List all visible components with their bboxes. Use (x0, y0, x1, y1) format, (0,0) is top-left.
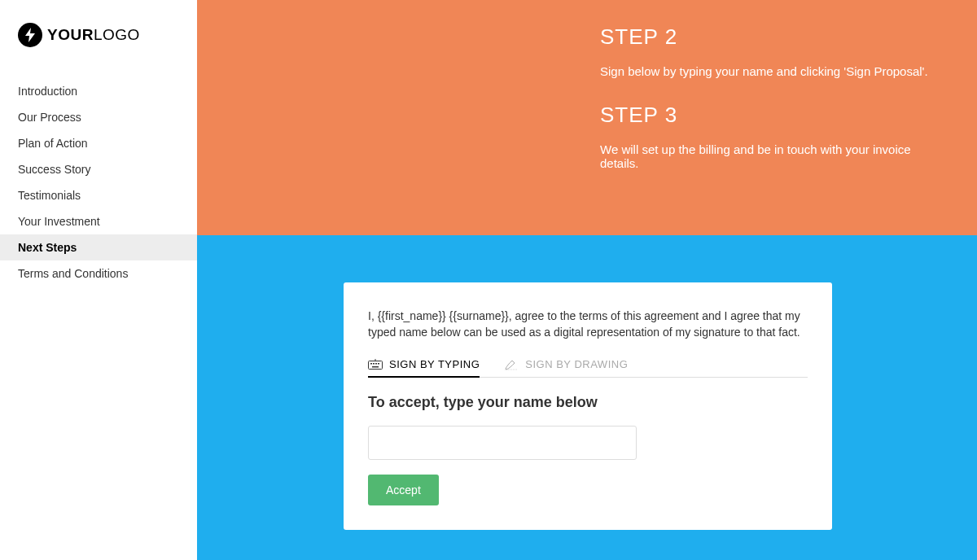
tab-sign-by-typing[interactable]: SIGN BY TYPING (368, 358, 480, 377)
nav-item-terms-and-conditions[interactable]: Terms and Conditions (0, 260, 197, 287)
nav-item-your-investment[interactable]: Your Investment (0, 208, 197, 234)
tab-sign-by-drawing[interactable]: SIGN BY DRAWING (504, 358, 628, 377)
nav-item-testimonials[interactable]: Testimonials (0, 182, 197, 208)
signature-section: I, {{first_name}} {{surname}}, agree to … (197, 235, 977, 560)
svg-rect-1 (370, 363, 372, 365)
name-input[interactable] (368, 426, 637, 460)
nav-list: Introduction Our Process Plan of Action … (0, 78, 197, 287)
svg-rect-4 (378, 363, 379, 365)
sidebar: YOURLOGO Introduction Our Process Plan o… (0, 0, 197, 560)
tab-label: SIGN BY TYPING (389, 358, 480, 370)
signature-tabs: SIGN BY TYPING SIGN BY DRAWING (368, 358, 808, 378)
step-2: STEP 2 Sign below by typing your name an… (600, 24, 944, 78)
step-title: STEP 3 (600, 103, 944, 128)
pen-icon (504, 359, 519, 370)
nav-item-success-story[interactable]: Success Story (0, 156, 197, 182)
svg-rect-3 (375, 363, 377, 365)
logo-container: YOURLOGO (0, 23, 197, 47)
accept-button[interactable]: Accept (368, 475, 439, 505)
agreement-text: I, {{first_name}} {{surname}}, agree to … (368, 308, 808, 340)
nav-item-introduction[interactable]: Introduction (0, 78, 197, 104)
logo-bolt-icon (18, 23, 42, 47)
step-text: Sign below by typing your name and click… (600, 64, 944, 78)
tab-label: SIGN BY DRAWING (525, 358, 628, 370)
step-3: STEP 3 We will set up the billing and be… (600, 103, 944, 170)
logo-text: YOURLOGO (47, 26, 140, 44)
steps-section: STEP 2 Sign below by typing your name an… (197, 0, 977, 235)
nav-item-next-steps[interactable]: Next Steps (0, 234, 197, 260)
signature-card: I, {{first_name}} {{surname}}, agree to … (344, 282, 832, 530)
steps-container: STEP 2 Sign below by typing your name an… (197, 24, 977, 170)
main-content: STEP 2 Sign below by typing your name an… (197, 0, 977, 560)
nav-item-plan-of-action[interactable]: Plan of Action (0, 130, 197, 156)
signature-instruction: To accept, type your name below (368, 394, 808, 411)
svg-rect-0 (369, 361, 383, 369)
keyboard-icon (368, 359, 383, 370)
step-title: STEP 2 (600, 24, 944, 50)
svg-rect-5 (372, 366, 379, 368)
step-text: We will set up the billing and be in tou… (600, 142, 944, 170)
logo: YOURLOGO (18, 23, 197, 47)
svg-rect-2 (373, 363, 375, 365)
nav-item-our-process[interactable]: Our Process (0, 104, 197, 130)
